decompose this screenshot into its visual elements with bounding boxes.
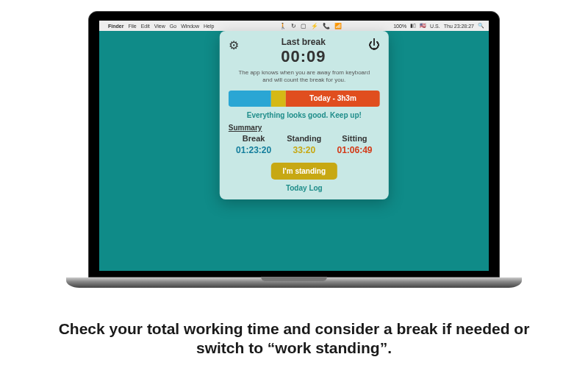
bar-segment-break — [229, 91, 271, 107]
status-message: Everything looks good. Keep up! — [229, 111, 380, 119]
menu-window[interactable]: Window — [181, 24, 199, 29]
summary-columns: Break 01:23:20 Standing 33:20 Sitting 01… — [229, 134, 380, 155]
bar-segment-sitting: Today - 3h3m — [286, 91, 380, 107]
summary-col-break: Break 01:23:20 — [229, 134, 279, 155]
col-standing-value: 33:20 — [279, 145, 329, 155]
power-icon[interactable]: ⏻ — [368, 38, 380, 66]
menu-go[interactable]: Go — [170, 24, 176, 29]
col-break-value: 01:23:20 — [229, 145, 279, 155]
app-popover: ⚙ Last break 00:09 ⏻ The app knows when … — [220, 31, 389, 199]
menu-view[interactable]: View — [154, 24, 165, 29]
laptop-mockup: Finder File Edit View Go Window Help 🚶 ↻… — [88, 11, 500, 288]
bluetooth-tray-icon[interactable]: ⚡ — [311, 23, 318, 29]
last-break-time: 00:09 — [239, 47, 368, 66]
settings-gear-icon[interactable]: ⚙ — [229, 38, 239, 66]
col-sitting-heading: Sitting — [329, 134, 380, 143]
airplay-tray-icon[interactable]: ▢ — [301, 23, 306, 29]
marketing-caption: Check your total working time and consid… — [0, 319, 588, 358]
input-locale[interactable]: U.S. — [430, 24, 440, 29]
summary-heading: Summary — [229, 124, 380, 132]
last-break-label: Last break — [239, 37, 368, 47]
desktop-screen: Finder File Edit View Go Window Help 🚶 ↻… — [99, 21, 489, 271]
phone-tray-icon[interactable]: 📞 — [323, 23, 330, 29]
mac-menubar: Finder File Edit View Go Window Help 🚶 ↻… — [99, 21, 489, 31]
today-progress-bar: Today - 3h3m — [229, 91, 380, 107]
bar-segment-standing — [270, 91, 286, 107]
battery-percent: 100% — [393, 24, 406, 29]
menu-help[interactable]: Help — [204, 24, 214, 29]
menu-edit[interactable]: Edit — [141, 24, 150, 29]
wifi-tray-icon[interactable]: 📶 — [334, 23, 342, 29]
popover-description: The app knows when you are away from key… — [233, 69, 376, 85]
today-log-link[interactable]: Today Log — [229, 184, 380, 192]
menubar-app-name[interactable]: Finder — [108, 24, 123, 29]
laptop-base — [66, 277, 522, 288]
summary-col-standing: Standing 33:20 — [279, 134, 329, 155]
col-sitting-value: 01:06:49 — [329, 145, 380, 155]
laptop-notch — [261, 277, 327, 281]
col-break-heading: Break — [229, 134, 279, 143]
input-flag-icon[interactable]: 🇺🇸 — [420, 23, 426, 29]
battery-icon: ▮▯ — [410, 23, 416, 29]
menu-file[interactable]: File — [128, 24, 136, 29]
summary-col-sitting: Sitting 01:06:49 — [329, 134, 380, 155]
screen-bezel: Finder File Edit View Go Window Help 🚶 ↻… — [88, 11, 500, 277]
col-standing-heading: Standing — [279, 134, 329, 143]
menubar-clock[interactable]: Thu 23:28:27 — [444, 24, 474, 29]
spotlight-icon[interactable]: 🔍 — [478, 23, 484, 29]
im-standing-button[interactable]: I'm standing — [271, 163, 338, 180]
